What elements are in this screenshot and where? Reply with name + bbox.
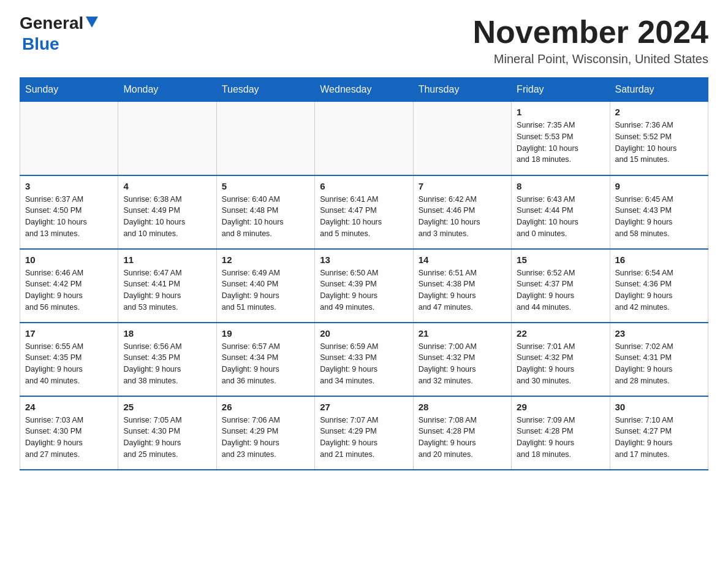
day-info: Sunrise: 6:37 AM Sunset: 4:50 PM Dayligh… xyxy=(25,194,113,240)
day-info: Sunrise: 6:45 AM Sunset: 4:43 PM Dayligh… xyxy=(615,194,703,240)
day-info: Sunrise: 7:35 AM Sunset: 5:53 PM Dayligh… xyxy=(517,120,604,166)
day-cell: 3Sunrise: 6:37 AM Sunset: 4:50 PM Daylig… xyxy=(20,175,118,249)
day-number: 16 xyxy=(615,255,703,265)
day-info: Sunrise: 7:36 AM Sunset: 5:52 PM Dayligh… xyxy=(615,120,703,166)
day-number: 11 xyxy=(123,255,211,265)
day-number: 12 xyxy=(222,255,309,265)
day-info: Sunrise: 6:47 AM Sunset: 4:41 PM Dayligh… xyxy=(123,267,211,313)
day-number: 27 xyxy=(320,402,408,412)
day-info: Sunrise: 7:09 AM Sunset: 4:28 PM Dayligh… xyxy=(517,415,604,461)
day-info: Sunrise: 6:38 AM Sunset: 4:49 PM Dayligh… xyxy=(123,194,211,240)
day-number: 26 xyxy=(222,402,309,412)
weekday-row: SundayMondayTuesdayWednesdayThursdayFrid… xyxy=(20,78,708,102)
day-cell: 7Sunrise: 6:42 AM Sunset: 4:46 PM Daylig… xyxy=(413,175,511,249)
day-cell: 26Sunrise: 7:06 AM Sunset: 4:29 PM Dayli… xyxy=(216,396,314,470)
day-info: Sunrise: 6:42 AM Sunset: 4:46 PM Dayligh… xyxy=(419,194,506,240)
day-number: 25 xyxy=(123,402,211,412)
day-cell: 10Sunrise: 6:46 AM Sunset: 4:42 PM Dayli… xyxy=(20,249,118,323)
logo-blue-text: Blue xyxy=(22,34,59,54)
day-cell: 2Sunrise: 7:36 AM Sunset: 5:52 PM Daylig… xyxy=(610,102,708,175)
day-cell: 11Sunrise: 6:47 AM Sunset: 4:41 PM Dayli… xyxy=(118,249,216,323)
day-info: Sunrise: 6:51 AM Sunset: 4:38 PM Dayligh… xyxy=(419,267,506,313)
day-number: 5 xyxy=(222,181,309,191)
day-cell: 9Sunrise: 6:45 AM Sunset: 4:43 PM Daylig… xyxy=(610,175,708,249)
day-number: 21 xyxy=(419,328,506,339)
day-number: 6 xyxy=(320,181,408,191)
weekday-header-thursday: Thursday xyxy=(413,78,511,102)
day-cell xyxy=(413,102,511,175)
weekday-header-saturday: Saturday xyxy=(610,78,708,102)
weekday-header-friday: Friday xyxy=(512,78,610,102)
day-info: Sunrise: 7:06 AM Sunset: 4:29 PM Dayligh… xyxy=(222,415,309,461)
day-info: Sunrise: 7:08 AM Sunset: 4:28 PM Dayligh… xyxy=(419,415,506,461)
day-info: Sunrise: 6:49 AM Sunset: 4:40 PM Dayligh… xyxy=(222,267,309,313)
day-cell: 15Sunrise: 6:52 AM Sunset: 4:37 PM Dayli… xyxy=(512,249,610,323)
day-info: Sunrise: 6:40 AM Sunset: 4:48 PM Dayligh… xyxy=(222,194,309,240)
day-number: 1 xyxy=(517,107,604,117)
day-cell: 27Sunrise: 7:07 AM Sunset: 4:29 PM Dayli… xyxy=(315,396,413,470)
day-number: 30 xyxy=(615,402,703,412)
location-text: Mineral Point, Wisconsin, United States xyxy=(473,52,708,66)
day-cell: 5Sunrise: 6:40 AM Sunset: 4:48 PM Daylig… xyxy=(216,175,314,249)
calendar-table: SundayMondayTuesdayWednesdayThursdayFrid… xyxy=(20,77,708,470)
day-cell: 13Sunrise: 6:50 AM Sunset: 4:39 PM Dayli… xyxy=(315,249,413,323)
day-cell: 20Sunrise: 6:59 AM Sunset: 4:33 PM Dayli… xyxy=(315,323,413,396)
day-info: Sunrise: 6:57 AM Sunset: 4:34 PM Dayligh… xyxy=(222,341,309,387)
day-cell: 28Sunrise: 7:08 AM Sunset: 4:28 PM Dayli… xyxy=(413,396,511,470)
day-number: 17 xyxy=(25,328,113,339)
logo-triangle-icon xyxy=(86,17,98,28)
day-number: 22 xyxy=(517,328,604,339)
week-row-1: 1Sunrise: 7:35 AM Sunset: 5:53 PM Daylig… xyxy=(20,102,708,175)
week-row-3: 10Sunrise: 6:46 AM Sunset: 4:42 PM Dayli… xyxy=(20,249,708,323)
day-cell: 18Sunrise: 6:56 AM Sunset: 4:35 PM Dayli… xyxy=(118,323,216,396)
weekday-header-tuesday: Tuesday xyxy=(216,78,314,102)
day-cell: 8Sunrise: 6:43 AM Sunset: 4:44 PM Daylig… xyxy=(512,175,610,249)
day-number: 23 xyxy=(615,328,703,339)
day-number: 9 xyxy=(615,181,703,191)
logo: General xyxy=(20,15,98,32)
calendar-body: 1Sunrise: 7:35 AM Sunset: 5:53 PM Daylig… xyxy=(20,102,708,470)
day-number: 4 xyxy=(123,181,211,191)
title-area: November 2024 Mineral Point, Wisconsin, … xyxy=(473,15,708,66)
day-number: 10 xyxy=(25,255,113,265)
day-info: Sunrise: 7:00 AM Sunset: 4:32 PM Dayligh… xyxy=(419,341,506,387)
day-cell: 30Sunrise: 7:10 AM Sunset: 4:27 PM Dayli… xyxy=(610,396,708,470)
day-number: 19 xyxy=(222,328,309,339)
day-cell: 25Sunrise: 7:05 AM Sunset: 4:30 PM Dayli… xyxy=(118,396,216,470)
day-cell: 21Sunrise: 7:00 AM Sunset: 4:32 PM Dayli… xyxy=(413,323,511,396)
logo-area: General Blue xyxy=(20,15,98,54)
day-info: Sunrise: 7:01 AM Sunset: 4:32 PM Dayligh… xyxy=(517,341,604,387)
week-row-4: 17Sunrise: 6:55 AM Sunset: 4:35 PM Dayli… xyxy=(20,323,708,396)
day-cell: 14Sunrise: 6:51 AM Sunset: 4:38 PM Dayli… xyxy=(413,249,511,323)
day-number: 2 xyxy=(615,107,703,117)
day-cell: 1Sunrise: 7:35 AM Sunset: 5:53 PM Daylig… xyxy=(512,102,610,175)
calendar-header: SundayMondayTuesdayWednesdayThursdayFrid… xyxy=(20,78,708,102)
day-cell: 17Sunrise: 6:55 AM Sunset: 4:35 PM Dayli… xyxy=(20,323,118,396)
day-cell xyxy=(216,102,314,175)
day-cell: 23Sunrise: 7:02 AM Sunset: 4:31 PM Dayli… xyxy=(610,323,708,396)
day-cell xyxy=(315,102,413,175)
day-number: 3 xyxy=(25,181,113,191)
day-cell: 6Sunrise: 6:41 AM Sunset: 4:47 PM Daylig… xyxy=(315,175,413,249)
day-number: 20 xyxy=(320,328,408,339)
day-cell xyxy=(118,102,216,175)
day-number: 28 xyxy=(419,402,506,412)
week-row-2: 3Sunrise: 6:37 AM Sunset: 4:50 PM Daylig… xyxy=(20,175,708,249)
logo-general-text: General xyxy=(20,15,83,32)
day-info: Sunrise: 7:02 AM Sunset: 4:31 PM Dayligh… xyxy=(615,341,703,387)
day-cell: 16Sunrise: 6:54 AM Sunset: 4:36 PM Dayli… xyxy=(610,249,708,323)
day-cell: 24Sunrise: 7:03 AM Sunset: 4:30 PM Dayli… xyxy=(20,396,118,470)
day-cell: 19Sunrise: 6:57 AM Sunset: 4:34 PM Dayli… xyxy=(216,323,314,396)
header: General Blue November 2024 Mineral Point… xyxy=(20,15,708,66)
day-number: 24 xyxy=(25,402,113,412)
weekday-header-monday: Monday xyxy=(118,78,216,102)
day-info: Sunrise: 7:05 AM Sunset: 4:30 PM Dayligh… xyxy=(123,415,211,461)
day-info: Sunrise: 6:41 AM Sunset: 4:47 PM Dayligh… xyxy=(320,194,408,240)
day-info: Sunrise: 7:10 AM Sunset: 4:27 PM Dayligh… xyxy=(615,415,703,461)
day-number: 18 xyxy=(123,328,211,339)
day-number: 15 xyxy=(517,255,604,265)
day-info: Sunrise: 6:52 AM Sunset: 4:37 PM Dayligh… xyxy=(517,267,604,313)
month-title: November 2024 xyxy=(473,15,708,50)
weekday-header-wednesday: Wednesday xyxy=(315,78,413,102)
day-number: 8 xyxy=(517,181,604,191)
